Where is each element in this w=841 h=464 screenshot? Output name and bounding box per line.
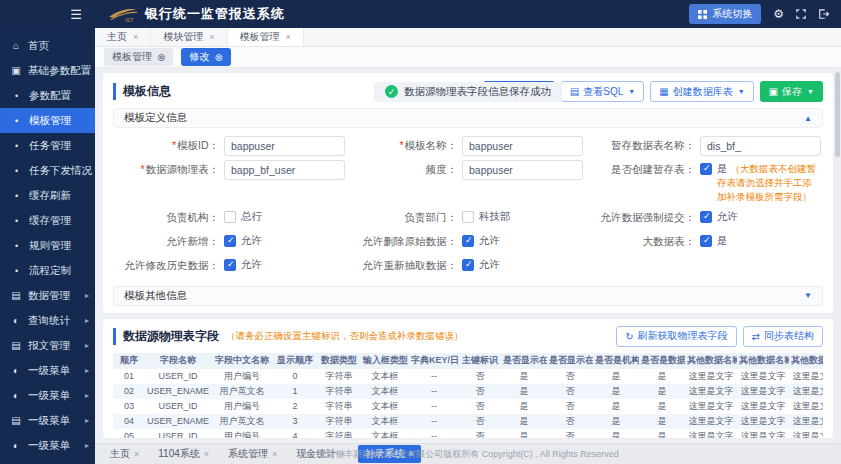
sidebar-collapse-icon[interactable]: ☰ — [70, 8, 82, 21]
fullscreen-icon[interactable] — [796, 9, 806, 19]
close-circle-icon[interactable]: ⊗ — [214, 52, 222, 63]
close-icon[interactable]: × — [286, 32, 291, 42]
sidebar-item-模板管理[interactable]: •模板管理 — [0, 108, 95, 133]
模板名称-input[interactable] — [462, 136, 583, 156]
column-header: 字段名称 — [145, 353, 211, 369]
sidebar-item-label: 任务下发情况 — [29, 164, 92, 178]
field-control: 是（大数据表不创建暂存表请勿选择并手工添加补录模板所需字段） — [695, 160, 821, 204]
table-cell: 02 — [113, 384, 145, 399]
频度-input[interactable] — [462, 160, 583, 180]
field-label: 允许新增： — [115, 232, 219, 249]
sidebar-item-报文管理[interactable]: ▤报文管理▸ — [0, 333, 95, 358]
允许重新抽取数据-checkbox[interactable] — [462, 259, 474, 271]
table-cell: 这里是文字 — [737, 384, 789, 399]
logout-icon[interactable] — [818, 9, 829, 19]
close-icon[interactable]: × — [209, 32, 214, 42]
table-cell: 是 — [501, 429, 547, 438]
table-cell: 用户英文名 — [211, 384, 273, 399]
sidebar-item-缓存管理[interactable]: •缓存管理 — [0, 208, 95, 233]
bullet-icon: • — [15, 116, 23, 126]
settings-gear-icon[interactable]: ⚙ — [773, 8, 784, 20]
创建数据库表-button[interactable]: ▦创建数据库表▼ — [650, 81, 753, 102]
模板ID-input[interactable] — [224, 136, 345, 156]
table-cell: USER_ID — [145, 429, 211, 438]
sidebar-item-基础参数配置[interactable]: ▣基础参数配置▾ — [0, 58, 95, 83]
close-icon[interactable]: × — [133, 32, 138, 42]
main-area: 主页×模块管理×模板管理× 模板管理⊗修改⊗ 模板信息 ✓ 数据源物理表字段信息… — [95, 28, 841, 464]
system-switch-button[interactable]: 系统切换 — [689, 4, 761, 24]
tab-模板管理[interactable]: 模板管理× — [228, 28, 304, 46]
sidebar-item-一级菜单[interactable]: ◐一级菜单▸ — [0, 433, 95, 458]
form-field-暂存数据表名称: 暂存数据表名称： — [591, 136, 821, 156]
panel-actions: ↻刷新获取物理表字段⇄同步表结构 — [616, 326, 823, 347]
sidebar-item-label: 一级菜单 — [28, 414, 70, 428]
table-cell: -- — [409, 414, 459, 429]
允许修改历史数据-checkbox[interactable] — [224, 259, 236, 271]
content: 模板信息 ✓ 数据源物理表字段信息保存成功 ▣表单补录▤查看SQL▼▦创建数据库… — [95, 68, 841, 443]
section-title: 模板定义信息 — [124, 111, 187, 125]
sidebar-item-缓存刷新[interactable]: •缓存刷新 — [0, 183, 95, 208]
tab-模块管理[interactable]: 模块管理× — [151, 28, 227, 46]
table-cell: 4 — [273, 429, 317, 438]
panel-title: 模板信息 — [113, 83, 171, 100]
保存-button[interactable]: ▣保存▼ — [760, 81, 823, 102]
table-row[interactable]: 01USER_ID用户编号0字符串文本框--否是否是是这里是文字这里是文字这里是… — [113, 369, 823, 384]
暂存数据表名称-input[interactable] — [700, 136, 821, 156]
form-field-模板名称: *模板名称： — [353, 136, 583, 156]
chip-模板管理[interactable]: 模板管理⊗ — [104, 48, 173, 66]
sidebar-item-一级菜单[interactable]: ◐一级菜单▸ — [0, 358, 95, 383]
大数据表-checkbox[interactable] — [700, 235, 712, 247]
close-circle-icon[interactable]: ⊗ — [157, 52, 165, 63]
table-cell: 1 — [273, 384, 317, 399]
column-header: 输入框类型 — [361, 353, 409, 369]
collapse-down-icon[interactable]: ▼ — [804, 291, 812, 300]
bottom-tab-1104系统[interactable]: 1104系统× — [151, 445, 216, 463]
sidebar-item-数据管理[interactable]: ▤数据管理▸ — [0, 283, 95, 308]
table-cell: 文本框 — [361, 429, 409, 438]
scrollbar-thumb[interactable] — [835, 72, 840, 157]
负责机构-checkbox[interactable] — [224, 211, 236, 223]
查看SQL-button[interactable]: ▤查看SQL▼ — [561, 81, 644, 102]
table-cell: 是 — [639, 414, 685, 429]
sidebar-item-一级菜单[interactable]: ◐一级菜单▸ — [0, 383, 95, 408]
table-row[interactable]: 04USER_ENAME用户英文名3字符串文本框--否是否是是这里是文字这里是文… — [113, 414, 823, 429]
同步表结构-button[interactable]: ⇄同步表结构 — [743, 326, 823, 347]
field-label: *模板名称： — [353, 136, 457, 153]
table-cell: 用户编号 — [211, 399, 273, 414]
chip-修改[interactable]: 修改⊗ — [181, 48, 230, 66]
table-row[interactable]: 02USER_ENAME用户英文名1字符串文本框--否是否是是这里是文字这里是文… — [113, 384, 823, 399]
sidebar-item-label: 流程定制 — [29, 264, 71, 278]
允许删除原始数据-checkbox[interactable] — [462, 235, 474, 247]
table-row[interactable]: 05USER_ID用户编号4字符串文本框--否是否是是这里是文字这里是文字这里是… — [113, 429, 823, 438]
close-icon[interactable]: × — [272, 449, 277, 459]
success-toast: ✓ 数据源物理表字段信息保存成功 — [374, 82, 562, 102]
sidebar-item-流程定制[interactable]: •流程定制 — [0, 258, 95, 283]
允许新增-checkbox[interactable] — [224, 235, 236, 247]
form-spacer — [591, 256, 821, 276]
table-cell: USER_ENAME — [145, 384, 211, 399]
scrollbar[interactable] — [834, 69, 841, 443]
collapse-up-icon[interactable]: ▲ — [804, 114, 812, 123]
sidebar-item-任务管理[interactable]: •任务管理 — [0, 133, 95, 158]
sidebar-item-参数配置[interactable]: •参数配置 — [0, 83, 95, 108]
table-cell: 01 — [113, 369, 145, 384]
close-icon[interactable]: × — [134, 449, 139, 459]
table-cell: 是 — [593, 384, 639, 399]
sidebar-item-一级菜单[interactable]: ▤一级菜单▸ — [0, 408, 95, 433]
table-row[interactable]: 03USER_ID用户编号2字符串文本框--否是否是是这里是文字这里是文字这里是… — [113, 399, 823, 414]
sidebar-item-查询统计[interactable]: ◐查询统计▸ — [0, 308, 95, 333]
table-cell: 是 — [639, 384, 685, 399]
sidebar-item-规则管理[interactable]: •规则管理 — [0, 233, 95, 258]
close-icon[interactable]: × — [204, 449, 209, 459]
tab-主页[interactable]: 主页× — [95, 28, 151, 46]
bottom-tab-主页[interactable]: 主页× — [103, 445, 146, 463]
允许数据强制提交-checkbox[interactable] — [700, 211, 712, 223]
app-logo-icon: IST — [107, 6, 139, 23]
sidebar-item-任务下发情况[interactable]: •任务下发情况 — [0, 158, 95, 183]
sidebar-item-首页[interactable]: ⌂首页 — [0, 33, 95, 58]
是否创建暂存表-checkbox[interactable] — [700, 163, 712, 175]
数据源物理表-input[interactable] — [224, 160, 345, 180]
负责部门-checkbox[interactable] — [462, 211, 474, 223]
刷新获取物理表字段-button[interactable]: ↻刷新获取物理表字段 — [616, 326, 736, 347]
bottom-tab-系统管理[interactable]: 系统管理× — [221, 445, 284, 463]
